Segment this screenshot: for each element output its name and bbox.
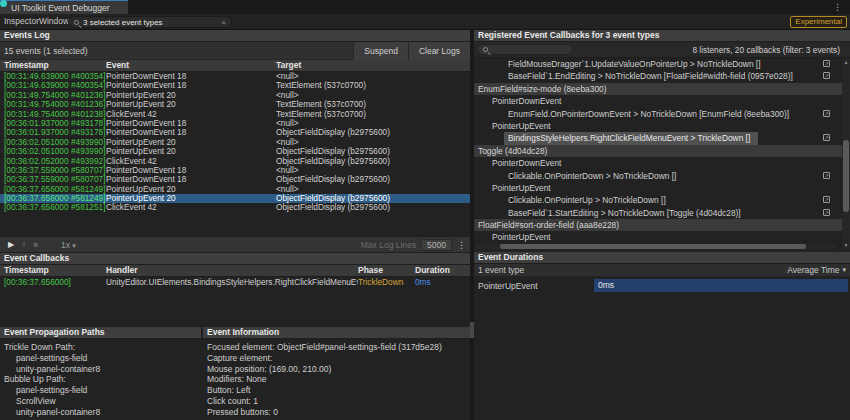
callback-tree-element-header[interactable]: EnumField#size-mode (8eeba300) bbox=[474, 83, 842, 95]
callback-tree-event-group[interactable]: PointerUpEvent bbox=[474, 231, 842, 243]
callback-tree-item[interactable]: Clickable.OnPointerUp > NoTrickleDown []… bbox=[474, 194, 842, 206]
scrollbar-thumb[interactable] bbox=[843, 140, 849, 212]
average-time-sort-dropdown[interactable]: Average Time ▾ bbox=[787, 265, 850, 275]
event-information-title: Event Information bbox=[203, 327, 470, 339]
registered-callbacks-title: Registered Event Callbacks for 3 event t… bbox=[474, 30, 850, 42]
col-timestamp[interactable]: Timestamp bbox=[0, 60, 106, 71]
callback-tree-element-header[interactable]: Toggle (4d04dc28) bbox=[474, 145, 842, 157]
step-back-icon[interactable]: · bbox=[46, 240, 49, 249]
event-type-search-input[interactable]: 3 selected event types × bbox=[68, 16, 232, 28]
col-handler[interactable]: Handler bbox=[106, 265, 358, 276]
play-icon[interactable]: ▶ bbox=[8, 240, 14, 249]
record-dot-icon bbox=[0, 0, 7, 7]
event-information-content: Focused element: ObjectField#panel-setti… bbox=[203, 339, 470, 418]
info-line: Mouse position: (169.00, 210.00) bbox=[207, 364, 470, 375]
chevron-down-icon: ▾ bbox=[842, 266, 846, 274]
tab-label: UI Toolkit Event Debugger bbox=[11, 3, 110, 13]
open-source-icon[interactable]: ↗ bbox=[823, 72, 830, 79]
info-line: Modifiers: None bbox=[207, 374, 470, 385]
propagation-paths-title: Event Propagation Paths bbox=[0, 327, 201, 339]
events-log-list: [00:31:49.639000 #400354]PointerDownEven… bbox=[0, 72, 470, 213]
chevron-down-icon: ▾ bbox=[72, 242, 76, 249]
pause-icon[interactable]: ‖ bbox=[22, 240, 25, 249]
event-callbacks-title: Event Callbacks bbox=[0, 253, 470, 265]
callback-tree-item[interactable]: Clickable.OnPointerDown > NoTrickleDown … bbox=[474, 170, 842, 182]
info-line: Capture element: bbox=[207, 353, 470, 364]
scroll-down-icon[interactable]: ▼ bbox=[842, 242, 850, 248]
scrollbar-thumb[interactable] bbox=[500, 244, 806, 249]
open-source-icon[interactable]: ↗ bbox=[823, 110, 830, 117]
col-timestamp[interactable]: Timestamp bbox=[0, 265, 106, 276]
tab-bar: UI Toolkit Event Debugger ⋮ bbox=[0, 0, 850, 14]
path-line: Trickle Down Path: bbox=[4, 342, 201, 353]
info-line: Pressed buttons: 0 bbox=[207, 407, 470, 418]
step-end-icon[interactable]: · bbox=[95, 240, 98, 249]
path-line: unity-panel-container8 bbox=[4, 364, 201, 375]
propagation-paths-content: Trickle Down Path: panel-settings-field … bbox=[0, 339, 201, 418]
event-callback-row[interactable]: [00:36:37.656000] UnityEditor.UIElements… bbox=[0, 277, 470, 288]
open-source-icon[interactable]: ↗ bbox=[823, 172, 830, 179]
events-count-label: 15 events (1 selected) bbox=[0, 46, 353, 56]
events-log-status-row: 15 events (1 selected) Suspend Clear Log… bbox=[0, 42, 470, 60]
col-target[interactable]: Target bbox=[276, 60, 470, 71]
search-icon bbox=[483, 47, 488, 52]
callback-tree-event-group[interactable]: PointerDownEvent bbox=[474, 157, 842, 169]
playback-toolbar: ▶ ‖ ■ · 1x ▾ · · Max Log Lines 5000 ⋮ bbox=[0, 236, 470, 253]
open-source-icon[interactable]: ↗ bbox=[823, 134, 830, 141]
callback-tree-item-selected[interactable]: BindingsStyleHelpers.RightClickFieldMenu… bbox=[474, 132, 842, 144]
path-line: unity-panel-container8 bbox=[4, 407, 201, 418]
duration-event-label: PointerUpEvent bbox=[474, 281, 594, 291]
callback-tree-item[interactable]: BaseField`1.StartEditing > NoTrickleDown… bbox=[474, 207, 842, 219]
log-options-menu-icon[interactable]: ⋮ bbox=[457, 240, 466, 250]
suspend-button[interactable]: Suspend bbox=[353, 42, 408, 60]
event-durations-subheader: 1 event type Average Time ▾ bbox=[474, 264, 850, 277]
playback-speed-dropdown[interactable]: 1x ▾ bbox=[61, 240, 76, 250]
callback-tree-event-group[interactable]: PointerDownEvent bbox=[474, 95, 842, 107]
info-line: Focused element: ObjectField#panel-setti… bbox=[207, 342, 470, 353]
event-information-panel: Event Information Focused element: Objec… bbox=[203, 327, 470, 420]
scroll-up-icon[interactable]: ▲ bbox=[842, 59, 850, 65]
callback-tree-item[interactable]: BaseField`1.EndEditing > NoTrickleDown [… bbox=[474, 70, 842, 82]
open-source-icon[interactable]: ↗ bbox=[823, 196, 830, 203]
open-source-icon[interactable]: ↗ bbox=[823, 60, 830, 67]
open-source-icon[interactable]: ↗ bbox=[823, 209, 830, 216]
event-durations-title: Event Durations bbox=[474, 252, 850, 264]
clear-logs-button[interactable]: Clear Logs bbox=[408, 42, 470, 60]
callback-tree-item[interactable]: FieldMouseDragger`1.UpdateValueOnPointer… bbox=[474, 58, 842, 70]
events-log-panel: Events Log 15 events (1 selected) Suspen… bbox=[0, 30, 470, 420]
tree-vertical-scrollbar[interactable]: ▲ ▼ bbox=[842, 58, 850, 249]
info-line: Click count: 1 bbox=[207, 396, 470, 407]
window-menu-icon[interactable]: ⋮ bbox=[833, 0, 842, 14]
search-icon bbox=[74, 20, 79, 25]
clear-search-icon[interactable]: × bbox=[221, 18, 226, 27]
tree-horizontal-scrollbar[interactable] bbox=[476, 244, 836, 249]
callbacks-search-input[interactable] bbox=[477, 44, 573, 55]
col-duration[interactable]: Duration bbox=[415, 265, 470, 276]
callback-tree-event-group[interactable]: PointerUpEvent bbox=[474, 120, 842, 132]
callback-tree-element-header[interactable]: FloatField#sort-order-field (aaa8e228) bbox=[474, 219, 842, 231]
propagation-paths-panel: Event Propagation Paths Trickle Down Pat… bbox=[0, 327, 201, 420]
col-phase[interactable]: Phase bbox=[358, 265, 415, 276]
panel-picker-dropdown[interactable]: InspectorWindow ▾ bbox=[4, 16, 76, 26]
step-forward-icon[interactable]: · bbox=[84, 240, 87, 249]
callback-tree-item[interactable]: EnumField.OnPointerDownEvent > NoTrickle… bbox=[474, 108, 842, 120]
registered-callbacks-tree: FieldMouseDragger`1.UpdateValueOnPointer… bbox=[474, 58, 842, 244]
col-event[interactable]: Event bbox=[106, 60, 276, 71]
search-value: 3 selected event types bbox=[83, 18, 217, 27]
duration-row[interactable]: PointerUpEvent 0ms bbox=[474, 279, 850, 292]
tab-event-debugger[interactable]: UI Toolkit Event Debugger bbox=[0, 0, 128, 14]
event-log-row[interactable]: [00:36:37.656000 #581251]ClickEvent 42Ob… bbox=[0, 203, 470, 212]
debugger-toolbar: InspectorWindow ▾ 3 selected event types… bbox=[0, 14, 850, 30]
path-line: panel-settings-field bbox=[4, 385, 201, 396]
registered-callbacks-filter-row: 8 listeners, 20 callbacks (filter: 3 eve… bbox=[474, 42, 850, 58]
events-log-title: Events Log bbox=[0, 30, 470, 42]
max-log-lines-field[interactable]: 5000 bbox=[421, 239, 452, 251]
panel-picker-label: InspectorWindow bbox=[4, 16, 69, 26]
callback-tree-event-group[interactable]: PointerUpEvent bbox=[474, 182, 842, 194]
max-log-lines-label: Max Log Lines bbox=[361, 240, 416, 250]
path-line: Bubble Up Path: bbox=[4, 374, 201, 385]
path-line: panel-settings-field bbox=[4, 353, 201, 364]
duration-bar: 0ms bbox=[594, 279, 848, 292]
path-line: ScrollView bbox=[4, 396, 201, 407]
stop-icon[interactable]: ■ bbox=[33, 240, 38, 249]
